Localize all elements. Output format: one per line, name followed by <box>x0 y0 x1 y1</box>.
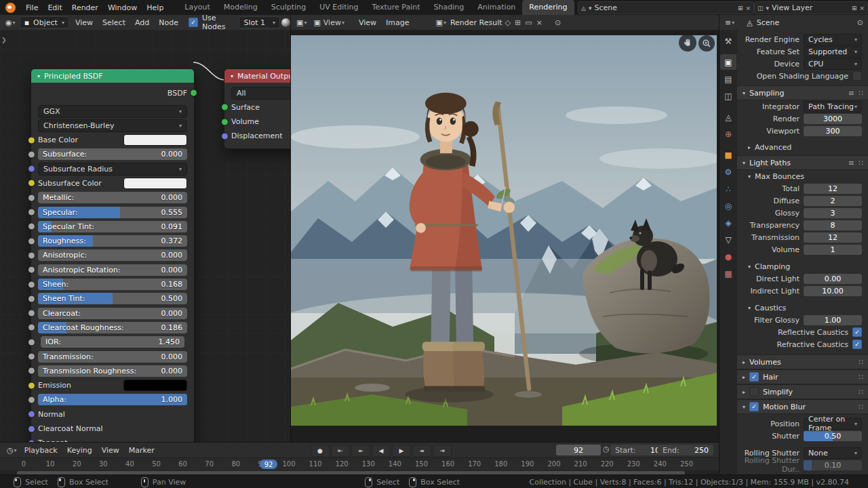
subpanel-header-advanced[interactable]: ▸Advanced <box>737 141 868 153</box>
preset-icon[interactable]: ≡ <box>848 89 854 98</box>
image-datablock-button[interactable]: ▣▾ <box>433 18 449 27</box>
scene-tab[interactable]: ◬ <box>720 109 736 125</box>
output-tab[interactable]: ▤ <box>720 71 736 87</box>
shader-menu-select[interactable]: Select <box>98 18 130 27</box>
shader-menu-view[interactable]: View <box>71 18 98 27</box>
diffuse-field[interactable]: 2 <box>804 196 862 206</box>
node-header[interactable]: ▾ Principled BSDF <box>31 69 194 83</box>
param-slider[interactable]: Transmission Roughness:0.000 <box>38 365 187 377</box>
play-button[interactable]: ▶ <box>392 445 411 457</box>
shield-icon[interactable]: ◇ <box>504 18 512 27</box>
green-socket[interactable] <box>221 118 229 125</box>
green-socket[interactable] <box>221 104 229 111</box>
editor-type-button[interactable]: ◉▾ <box>3 18 18 27</box>
jump-to-start-button[interactable]: ⇤ <box>331 445 350 457</box>
target-dropdown[interactable]: All <box>231 87 290 100</box>
view-layer-tab[interactable]: ◫ <box>720 88 736 104</box>
texture-tab[interactable]: ▦ <box>720 266 736 281</box>
grip-icon[interactable]: ∷ <box>859 159 863 167</box>
frame-end-field[interactable]: End: 250 <box>658 445 713 455</box>
editor-type-button[interactable]: ▣▾ <box>294 18 309 27</box>
scene-name[interactable]: Scene <box>594 3 734 12</box>
panel-header-simplify[interactable]: ▸Simplify∷ <box>737 384 868 399</box>
gray-socket[interactable] <box>28 396 35 403</box>
hair-checkbox[interactable]: ✓ <box>749 372 759 382</box>
gray-socket[interactable] <box>28 150 35 158</box>
menu-file[interactable]: File <box>21 3 43 12</box>
modifiers-tab[interactable]: ⚙ <box>720 164 736 180</box>
particles-tab[interactable]: ∴ <box>720 181 736 197</box>
param-slider[interactable]: Subsurface:0.000 <box>38 148 187 160</box>
object-data-tab[interactable]: ▽ <box>720 232 736 247</box>
workspace-tab-shading[interactable]: Shading <box>427 0 471 15</box>
principled-bsdf-node[interactable]: ▾ Principled BSDF BSDF GGXChristensen-Bu… <box>31 68 195 442</box>
param-slider[interactable]: IOR:1.450 <box>41 336 184 348</box>
yellow-socket[interactable] <box>28 382 35 389</box>
param-slider[interactable]: Transmission:0.000 <box>38 351 187 363</box>
gray-socket[interactable] <box>28 295 35 302</box>
image-menu-view[interactable]: View <box>354 18 381 27</box>
param-slider[interactable]: Clearcoat Roughness:0.186 <box>38 322 187 333</box>
panel-header-motion-blur[interactable]: ▾✓Motion Blur∷ <box>737 399 868 414</box>
purple-socket[interactable] <box>221 132 229 140</box>
close-icon[interactable]: × <box>859 5 865 12</box>
shader-type-dropdown[interactable]: ▪ Object ▾ <box>20 16 69 28</box>
param-slider[interactable]: Clearcoat:0.000 <box>38 308 187 319</box>
gray-socket[interactable] <box>28 223 35 230</box>
menu-window[interactable]: Window <box>103 3 142 12</box>
purple-socket[interactable] <box>28 425 35 432</box>
playhead-badge[interactable]: 92 <box>260 460 277 469</box>
timeline-menu-playback[interactable]: Playback <box>20 446 62 455</box>
param-slider[interactable]: Anisotropic Rotation:0.000 <box>38 264 187 276</box>
grip-icon[interactable]: ∷ <box>859 373 863 382</box>
workspace-tab-uv-editing[interactable]: UV Editing <box>313 0 365 15</box>
workspace-tab-rendering[interactable]: Rendering <box>522 0 574 15</box>
material-output-node[interactable]: ▾ Material Output All SurfaceVolumeDispl… <box>224 68 290 149</box>
close-icon[interactable]: × <box>745 5 751 12</box>
param-dropdown[interactable]: GGX <box>38 105 187 118</box>
timeline-menu-keying[interactable]: Keying <box>62 446 97 455</box>
gray-socket[interactable] <box>28 338 35 346</box>
gray-socket[interactable] <box>28 194 35 201</box>
menu-render[interactable]: Render <box>67 3 103 12</box>
gray-socket[interactable] <box>28 209 35 216</box>
gray-socket[interactable] <box>28 367 35 375</box>
view-layer-selector[interactable]: ◫ ▾ View Layer ⊞ × <box>754 1 868 14</box>
param-slider[interactable]: Anisotropic:0.000 <box>38 249 187 261</box>
gray-socket[interactable] <box>28 281 35 288</box>
image-name-field[interactable]: Render Result <box>450 18 502 27</box>
device-dropdown[interactable]: CPU <box>804 58 862 70</box>
physics-tab[interactable]: ◎ <box>720 198 736 214</box>
gray-socket[interactable] <box>28 237 35 245</box>
image-editor[interactable] <box>290 30 719 442</box>
rolling-shutter-dropdown[interactable]: None <box>804 447 862 459</box>
grip-icon[interactable]: ∷ <box>859 388 863 396</box>
menu-edit[interactable]: Edit <box>43 3 66 12</box>
param-dropdown[interactable]: Subsurface Radius <box>38 163 187 176</box>
blender-logo-icon[interactable] <box>5 3 16 13</box>
color-swatch[interactable] <box>123 178 187 189</box>
transparency-field[interactable]: 8 <box>804 220 862 230</box>
pin-icon[interactable]: ⊙ <box>553 18 562 27</box>
shader-menu-add[interactable]: Add <box>130 18 154 27</box>
timeline-ruler[interactable]: 2502402302202102001901801701601501401301… <box>0 458 719 470</box>
total-field[interactable]: 12 <box>804 184 862 194</box>
param-slider[interactable]: Alpha:1.000 <box>38 394 187 405</box>
next-keyframe-button[interactable]: ↠ <box>412 445 431 457</box>
render-field[interactable]: 3000 <box>804 114 862 124</box>
position-dropdown[interactable]: Center on Frame <box>804 418 862 430</box>
current-frame-field[interactable]: 92 <box>556 445 601 455</box>
workspace-tab-sculpting[interactable]: Sculpting <box>264 0 313 15</box>
subpanel-header-max-bounces[interactable]: ▾Max Bounces <box>737 170 868 182</box>
folder-icon[interactable]: ▭ <box>524 18 533 27</box>
new-datablock-icon[interactable]: ⊞ <box>852 5 857 12</box>
editor-type-button[interactable]: ≡▾ <box>722 18 737 27</box>
world-tab[interactable]: ⊕ <box>720 126 736 142</box>
display-channel-dropdown[interactable]: ▣ View ▾ <box>311 18 347 27</box>
timeline-menu-marker[interactable]: Marker <box>124 446 159 455</box>
view-layer-name[interactable]: View Layer <box>772 3 849 12</box>
subpanel-header-clamping[interactable]: ▾Clamping <box>737 260 868 272</box>
transmission-field[interactable]: 12 <box>804 232 862 243</box>
color-swatch[interactable] <box>123 134 187 146</box>
image-menu-image[interactable]: Image <box>381 18 414 27</box>
